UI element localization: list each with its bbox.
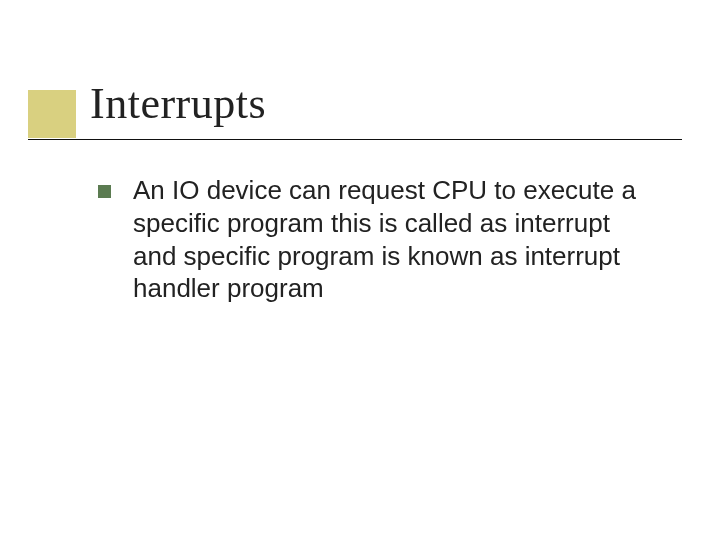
slide-title: Interrupts <box>90 78 680 129</box>
bullet-text: An IO device can request CPU to execute … <box>133 174 656 305</box>
divider-line <box>28 139 682 140</box>
slide: Interrupts An IO device can request CPU … <box>0 0 720 540</box>
title-wrap: Interrupts <box>90 78 680 129</box>
accent-box <box>28 90 76 138</box>
body: An IO device can request CPU to execute … <box>98 174 656 305</box>
square-bullet-icon <box>98 185 111 198</box>
list-item: An IO device can request CPU to execute … <box>98 174 656 305</box>
